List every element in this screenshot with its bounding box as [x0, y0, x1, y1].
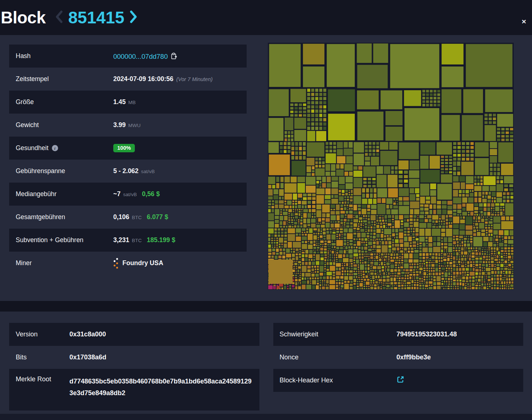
block-visualization[interactable]	[268, 43, 514, 290]
timestamp-label: Zeitstempel	[9, 75, 113, 83]
row-median-fee: Mediangebühr ~7 sat/vB 0,56 $	[9, 183, 247, 206]
version-label: Version	[9, 331, 69, 338]
block-page: Block 851415 × Hash 000000...07dd780	[0, 0, 532, 420]
size-unit: MB	[128, 100, 136, 105]
row-subsidy-fees: Subvention + Gebühren 3,231 BTC 185.199 …	[9, 229, 247, 252]
weight-unit: MWU	[128, 123, 141, 128]
row-block-header-hex: Block-Header Hex	[273, 369, 523, 392]
health-label: Gesundheit	[16, 144, 49, 152]
miner-link[interactable]: Foundry USA	[113, 258, 163, 269]
next-block-button[interactable]	[129, 10, 138, 25]
fee-span-label: Gebührenspanne	[9, 167, 113, 175]
bits-label: Bits	[9, 354, 69, 361]
bottom-band	[0, 414, 532, 420]
external-link-icon[interactable]	[396, 375, 404, 383]
size-value: 1.45	[113, 98, 126, 106]
nonce-value: 0xff9bbe3e	[396, 354, 431, 361]
block-navigation: 851415	[54, 8, 138, 27]
health-badge: 100%	[113, 144, 135, 152]
fee-span-value: 5 - 2.062	[113, 167, 138, 175]
row-weight: Gewicht 3.99 MWU	[9, 114, 247, 137]
page-header: Block 851415 ×	[0, 0, 532, 35]
total-fees-value: 0,106	[113, 213, 129, 221]
version-value: 0x31c8a000	[69, 331, 106, 338]
hash-link[interactable]: 000000...07dd780	[113, 53, 168, 61]
hash-label: Hash	[9, 52, 113, 60]
weight-value: 3.99	[113, 121, 126, 129]
block-header-hex-label: Block-Header Hex	[273, 377, 396, 384]
difficulty-value: 79495195323031.48	[396, 331, 457, 338]
subsidy-fees-fiat: 185.199 $	[147, 236, 175, 244]
bits-value: 0x17038a6d	[69, 354, 106, 361]
subsidy-fees-label: Subvention + Gebühren	[9, 236, 113, 244]
median-fee-value: ~7	[113, 190, 121, 198]
fee-span-unit: sat/vB	[141, 169, 155, 174]
median-fee-unit: sat/vB	[123, 192, 137, 197]
subsidy-fees-unit: BTC	[132, 238, 142, 243]
row-miner: Miner Foundry USA	[9, 252, 247, 275]
miner-label: Miner	[9, 259, 113, 267]
subsidy-fees-value: 3,231	[113, 236, 129, 244]
tech-table-right: Schwierigkeit 79495195323031.48 Nonce 0x…	[273, 323, 523, 392]
block-details-table: Hash 000000...07dd780 Zeitstempel 2024-0…	[9, 45, 247, 275]
tech-table-left: Version 0x31c8a000 Bits 0x17038a6d Merkl…	[9, 323, 259, 411]
weight-label: Gewicht	[9, 121, 113, 129]
info-icon[interactable]: i	[52, 145, 58, 151]
chevron-right-icon	[129, 10, 137, 25]
total-fees-label: Gesamtgebühren	[9, 213, 113, 221]
row-total-fees: Gesamtgebühren 0,106 BTC 6.077 $	[9, 206, 247, 229]
row-merkle-root: Merkle Root d7748635bc5eb0358b460768b0e7…	[9, 369, 259, 411]
merkle-root-label: Merkle Root	[9, 375, 69, 383]
row-timestamp: Zeitstempel 2024-07-09 16:00:56 (Vor 7 M…	[9, 68, 247, 91]
row-fee-span: Gebührenspanne 5 - 2.062 sat/vB	[9, 160, 247, 183]
foundry-usa-logo-icon	[113, 258, 119, 269]
row-difficulty: Schwierigkeit 79495195323031.48	[273, 323, 523, 346]
row-nonce: Nonce 0xff9bbe3e	[273, 346, 523, 369]
section-separator	[0, 301, 532, 312]
timestamp-value: 2024-07-09 16:00:56	[113, 75, 173, 83]
chevron-left-icon	[55, 10, 63, 25]
merkle-root-value: d7748635bc5eb0358b460768b0e7b9a1bd6e58ac…	[69, 375, 254, 399]
total-fees-fiat: 6.077 $	[147, 213, 168, 221]
copy-icon[interactable]	[171, 53, 177, 60]
size-label: Größe	[9, 98, 113, 106]
median-fee-label: Mediangebühr	[9, 190, 113, 198]
close-button[interactable]: ×	[518, 16, 529, 27]
total-fees-unit: BTC	[132, 215, 142, 220]
transactions-treemap[interactable]	[268, 43, 514, 290]
difficulty-label: Schwierigkeit	[273, 331, 396, 338]
block-height[interactable]: 851415	[68, 8, 125, 27]
row-version: Version 0x31c8a000	[9, 323, 259, 346]
median-fee-fiat: 0,56 $	[142, 190, 160, 198]
row-bits: Bits 0x17038a6d	[9, 346, 259, 369]
page-title: Block	[0, 8, 46, 27]
timestamp-ago: (Vor 7 Minuten)	[176, 76, 212, 82]
nonce-label: Nonce	[273, 354, 396, 361]
miner-name: Foundry USA	[122, 259, 163, 267]
row-hash: Hash 000000...07dd780	[9, 45, 247, 68]
previous-block-button[interactable]	[54, 10, 64, 25]
row-health: Gesundheit i 100%	[9, 137, 247, 160]
row-size: Größe 1.45 MB	[9, 91, 247, 114]
